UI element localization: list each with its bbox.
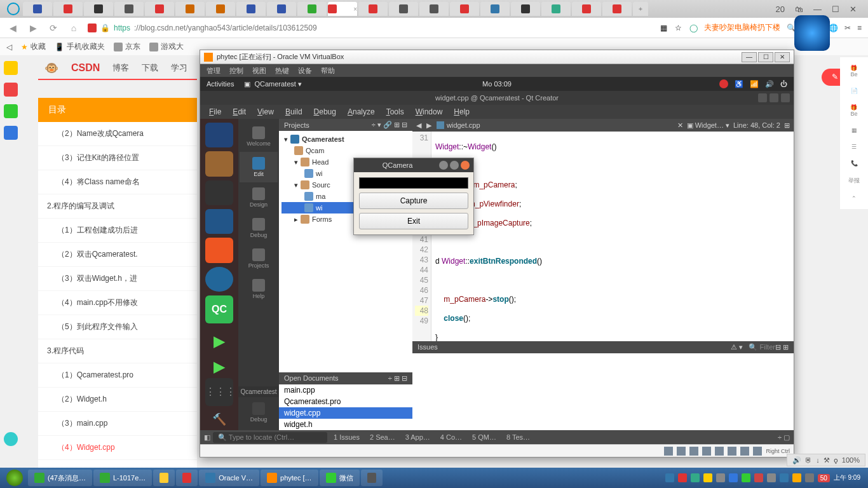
toc-item-active[interactable]: （4）Widget.cpp (38, 436, 197, 460)
gift-icon[interactable]: 🎁Be (850, 65, 857, 78)
reload-icon[interactable]: ⟳ (47, 23, 60, 33)
capture-icon[interactable]: ✂ (844, 24, 851, 32)
maximize-icon[interactable]: ☐ (832, 4, 839, 14)
toc-item[interactable]: （1）Qcameratest.pro (38, 363, 197, 388)
display-icon[interactable] (728, 447, 736, 456)
browser-tab[interactable] (572, 2, 601, 16)
menu-edit[interactable]: Edit (233, 107, 246, 116)
fav-prev-icon[interactable]: ◁ (6, 43, 12, 51)
rhythmbox-icon[interactable] (205, 180, 233, 205)
menu-view[interactable]: View (257, 107, 274, 116)
browser-tab[interactable] (297, 2, 327, 16)
toc-item[interactable]: 2.程序的编写及调试 (38, 194, 197, 219)
mode-edit[interactable]: Edit (240, 152, 278, 182)
browser-tab[interactable] (267, 2, 296, 16)
update-icon[interactable] (719, 79, 728, 88)
sound-icon[interactable]: 🔊 (792, 456, 801, 464)
shared-icon[interactable] (715, 447, 724, 456)
menu-build[interactable]: Build (285, 107, 302, 116)
mode-help[interactable]: Help (240, 274, 278, 304)
bottom-qml[interactable]: 5 QM… (468, 432, 500, 442)
browser-tab[interactable] (602, 2, 632, 16)
bookmark-item[interactable]: 📱手机收藏夹 (55, 41, 105, 52)
mode-welcome[interactable]: Welcome (240, 121, 278, 152)
hd-icon[interactable] (664, 447, 673, 456)
vbox-menu-item[interactable]: 控制 (229, 66, 243, 76)
menu-icon[interactable]: ≡ (857, 24, 862, 32)
cpu-icon[interactable] (753, 447, 762, 456)
capture-button[interactable]: Capture (359, 193, 468, 209)
activities[interactable]: Activities (207, 80, 234, 88)
debug-run-icon[interactable]: ▶ (205, 353, 233, 374)
a11y-icon[interactable]: ♿ (735, 80, 743, 88)
symbol-combo[interactable]: ▣ Widget… ▾ (687, 121, 729, 130)
close-icon[interactable] (781, 93, 790, 102)
back-icon[interactable]: ◀ (6, 23, 19, 33)
browser-tab[interactable] (206, 2, 235, 16)
opendocs-header[interactable]: Open Documents÷ ⊞ ⊟ (279, 372, 412, 384)
qt-titlebar[interactable]: widget.cpp @ Qcameratest - Qt Creator (200, 91, 794, 105)
browser-tab[interactable] (145, 2, 174, 16)
minimize-icon[interactable] (439, 161, 448, 170)
home-icon[interactable]: ⌂ (67, 23, 80, 33)
task-item[interactable] (153, 470, 175, 486)
kit-selector[interactable]: Qcameratest (238, 386, 278, 397)
csdn-nav[interactable]: 学习 (171, 62, 187, 74)
qtcreator-icon[interactable]: QC (205, 295, 233, 323)
start-button[interactable] (3, 469, 27, 487)
menu-tools[interactable]: Tools (386, 107, 404, 116)
close-icon[interactable]: ✕ (850, 4, 857, 14)
tray-icon[interactable] (729, 473, 738, 482)
task-item[interactable] (176, 470, 198, 486)
vbox-titlebar[interactable]: phytec [正在运行] - Oracle VM VirtualBox — ☐… (200, 50, 794, 64)
maximize-icon[interactable]: ☐ (758, 52, 773, 62)
exit-button[interactable]: Exit (359, 213, 468, 229)
tree-item[interactable]: Qcam (281, 145, 410, 156)
tab-count[interactable]: 20 (776, 4, 785, 14)
split-icon[interactable]: ⊞ (784, 121, 790, 130)
browser-tab[interactable] (450, 2, 479, 16)
browser-tab[interactable] (541, 2, 571, 16)
vbox-menu-item[interactable]: 视图 (252, 66, 266, 76)
list-icon[interactable]: ☰ (851, 144, 857, 150)
toc-item[interactable]: （5）到此程序文件输入 (38, 315, 197, 339)
bookmark-item[interactable]: 游戏大 (149, 41, 184, 52)
star-icon[interactable] (4, 61, 18, 75)
toc-item[interactable]: （4）将Class name命名 (38, 170, 197, 194)
thunder-overlay-icon[interactable] (794, 15, 830, 51)
net-icon[interactable] (689, 447, 698, 456)
tray-icon[interactable] (780, 473, 789, 482)
mode-design[interactable]: Design (240, 182, 278, 213)
task-item[interactable]: (47条消息… (28, 470, 92, 486)
tray-icon[interactable] (665, 473, 674, 482)
new-tab[interactable]: ＋ (633, 2, 648, 16)
browser-tab[interactable] (358, 2, 388, 16)
ubuntu-software-icon[interactable] (205, 238, 233, 262)
download-link[interactable]: 夫妻吵架电脑椅扔下楼 (704, 22, 780, 33)
report-link[interactable]: 举报 (848, 177, 860, 185)
tray-icon[interactable] (742, 473, 750, 482)
bottom-compile[interactable]: 4 Co… (437, 432, 466, 442)
tray-icon[interactable] (678, 473, 687, 482)
toc-item[interactable]: （2）双击Qcameratest. (38, 243, 197, 267)
top-icon[interactable]: ⌃ (851, 195, 857, 201)
chat-icon[interactable] (4, 432, 18, 446)
zoom-control[interactable]: 🔊 ⛨ ↓ ⚒ ǫ 100% (787, 454, 865, 466)
browser-tab-active[interactable]: × (328, 2, 357, 16)
browser-tab[interactable] (236, 2, 266, 16)
download-icon[interactable]: ↓ (816, 456, 820, 464)
app-menu[interactable]: QCameratest ▾ (254, 80, 301, 88)
qr-icon[interactable]: ▦ (660, 24, 667, 32)
toc-item[interactable]: （2）Widget.h (38, 388, 197, 412)
browser-tab[interactable] (389, 2, 418, 16)
editor-tab[interactable]: widget.cpp (437, 121, 480, 129)
csdn-nav[interactable]: 博客 (112, 62, 129, 74)
thunderbird-icon[interactable] (205, 123, 233, 147)
browser-tab[interactable] (114, 2, 144, 16)
projects-header[interactable]: Projects÷ ▾ 🔗 ⊞ ⊟ (279, 119, 412, 131)
opendoc-item[interactable]: Qcameratest.pro (279, 396, 412, 407)
browser-tab[interactable] (480, 2, 510, 16)
task-item[interactable]: L-1017e… (93, 470, 152, 486)
browser-tab[interactable] (53, 2, 83, 16)
task-item[interactable]: phytec [… (261, 470, 318, 486)
